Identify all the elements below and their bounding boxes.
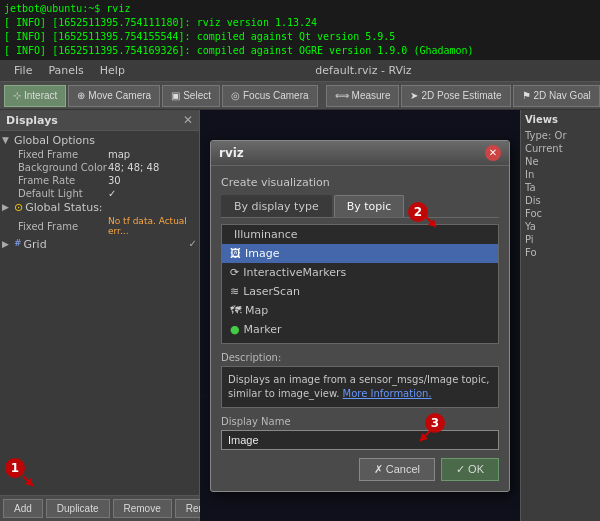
frame-rate-prop: Frame Rate 30 [16, 174, 197, 187]
list-item-illuminance[interactable]: Illuminance [222, 225, 498, 244]
fixed-frame-prop: Fixed Frame map [16, 148, 197, 161]
global-status-item[interactable]: ▶ ⊙ Global Status: [2, 200, 197, 215]
modal-subtitle: Create visualization [221, 176, 499, 189]
warning-icon: ⊙ [14, 201, 23, 214]
views-item-foc: Foc [525, 207, 596, 220]
menu-panels[interactable]: Panels [40, 62, 91, 79]
modal-tabs: By display type By topic [221, 195, 499, 218]
list-item-map[interactable]: 🗺 Map [222, 301, 498, 320]
displays-panel-close[interactable]: ✕ [183, 113, 193, 127]
list-item-interactive-markers[interactable]: ⟳ InteractiveMarkers [222, 263, 498, 282]
modal-buttons: ✗ Cancel ✓ OK [221, 458, 499, 481]
bg-color-prop: Background Color 48; 48; 48 [16, 161, 197, 174]
image-icon: 🖼 [230, 247, 241, 260]
select-button[interactable]: ▣ Select [162, 85, 220, 107]
display-name-input[interactable] [221, 430, 499, 450]
interactive-markers-icon: ⟳ [230, 266, 239, 279]
modal-close-button[interactable]: ✕ [485, 145, 501, 161]
list-item-image[interactable]: 🖼 Image [222, 244, 498, 263]
views-item-in: In [525, 168, 596, 181]
measure-icon: ⟺ [335, 90, 349, 101]
fixed-frame-status-value: No tf data. Actual err... [108, 216, 195, 236]
measure-button[interactable]: ⟺ Measure [326, 85, 400, 107]
pose-estimate-button[interactable]: ➤ 2D Pose Estimate [401, 85, 510, 107]
camera-icon: ⊕ [77, 90, 85, 101]
global-status-children: Fixed Frame No tf data. Actual err... [2, 215, 197, 237]
cancel-button[interactable]: ✗ Cancel [359, 458, 435, 481]
displays-panel-title: Displays [6, 114, 58, 127]
frame-rate-label: Frame Rate [18, 175, 108, 186]
views-item-dis: Dis [525, 194, 596, 207]
move-camera-button[interactable]: ⊕ Move Camera [68, 85, 160, 107]
default-light-label: Default Light [18, 188, 108, 199]
chevron-right-icon-2: ▶ [2, 239, 14, 249]
menu-help[interactable]: Help [92, 62, 133, 79]
focus-camera-button[interactable]: ◎ Focus Camera [222, 85, 318, 107]
add-button[interactable]: Add [3, 499, 43, 518]
ok-button[interactable]: ✓ OK [441, 458, 499, 481]
panel-buttons: Add Duplicate Remove Rename [0, 495, 199, 521]
views-item-pi: Pi [525, 233, 596, 246]
nav-goal-button[interactable]: ⚑ 2D Nav Goal [513, 85, 600, 107]
create-visualization-modal: rviz ✕ Create visualization By display t… [210, 140, 510, 492]
fixed-frame-status-prop: Fixed Frame No tf data. Actual err... [16, 215, 197, 237]
terminal-line-3: [ INFO] [1652511395.754155544]: compiled… [4, 30, 596, 44]
map-icon: 🗺 [230, 304, 241, 317]
terminal: jetbot@ubuntu:~$ rviz [ INFO] [165251139… [0, 0, 600, 60]
list-item-laserscan[interactable]: ≋ LaserScan [222, 282, 498, 301]
displays-panel-content: ▼ Global Options Fixed Frame map Backgro… [0, 131, 199, 495]
frame-rate-value: 30 [108, 175, 121, 186]
views-type: Type: Or [525, 129, 596, 142]
visualization-list[interactable]: Illuminance 🖼 Image ⟳ InteractiveMarkers… [221, 224, 499, 344]
displays-panel-header: Displays ✕ [0, 110, 199, 131]
fixed-frame-status-label: Fixed Frame [18, 221, 108, 232]
cursor-icon: ⊹ [13, 90, 21, 101]
menubar: File Panels Help default.rviz - RViz [0, 60, 600, 82]
focus-icon: ◎ [231, 90, 240, 101]
interact-button[interactable]: ⊹ Interact [4, 85, 66, 107]
global-options-children: Fixed Frame map Background Color 48; 48;… [2, 148, 197, 200]
global-options-item[interactable]: ▼ Global Options [2, 133, 197, 148]
description-box: Displays an image from a sensor_msgs/Ima… [221, 366, 499, 408]
modal-title: rviz [219, 146, 244, 160]
grid-item[interactable]: ▶ # Grid ✓ [2, 237, 197, 252]
remove-button[interactable]: Remove [113, 499, 172, 518]
chevron-right-icon: ▶ [2, 202, 14, 212]
tab-by-display-type[interactable]: By display type [221, 195, 332, 217]
fixed-frame-label: Fixed Frame [18, 149, 108, 160]
grid-icon: # [14, 238, 22, 248]
nav-icon: ⚑ [522, 90, 531, 101]
menu-file[interactable]: File [6, 62, 40, 79]
terminal-line-1: jetbot@ubuntu:~$ rviz [4, 2, 596, 16]
default-light-prop: Default Light ✓ [16, 187, 197, 200]
grid-label: Grid [24, 238, 189, 251]
default-light-value: ✓ [108, 188, 116, 199]
tab-by-topic[interactable]: By topic [334, 195, 405, 217]
views-item-fo: Fo [525, 246, 596, 259]
pose-icon: ➤ [410, 90, 418, 101]
views-item-ya: Ya [525, 220, 596, 233]
views-item-ne: Ne [525, 155, 596, 168]
bg-color-label: Background Color [18, 162, 108, 173]
modal-body: Create visualization By display type By … [211, 166, 509, 491]
laserscan-icon: ≋ [230, 285, 239, 298]
window-title: default.rviz - RViz [133, 64, 594, 77]
views-panel: Views Type: Or Current Ne In Ta Dis Foc … [520, 110, 600, 521]
main-content: Displays ✕ ▼ Global Options Fixed Frame … [0, 110, 600, 521]
duplicate-button[interactable]: Duplicate [46, 499, 110, 518]
display-name-label: Display Name [221, 416, 499, 427]
modal-overlay: 2 3 rviz ✕ [200, 110, 520, 521]
terminal-line-4: [ INFO] [1652511395.754169326]: compiled… [4, 44, 596, 58]
views-current: Current [525, 142, 596, 155]
list-item-marker[interactable]: ● Marker [222, 320, 498, 339]
toolbar: ⊹ Interact ⊕ Move Camera ▣ Select ◎ Focu… [0, 82, 600, 110]
modal-titlebar: rviz ✕ [211, 141, 509, 166]
marker-array-icon: ● [230, 342, 240, 344]
3d-view-panel[interactable]: 2 3 rviz ✕ [200, 110, 520, 521]
more-info-link[interactable]: More Information. [343, 388, 432, 399]
fixed-frame-value: map [108, 149, 130, 160]
list-item-marker-array[interactable]: ● MarkerArray [222, 339, 498, 344]
views-item-ta: Ta [525, 181, 596, 194]
displays-panel: Displays ✕ ▼ Global Options Fixed Frame … [0, 110, 200, 521]
terminal-line-2: [ INFO] [1652511395.754111180]: rviz ver… [4, 16, 596, 30]
